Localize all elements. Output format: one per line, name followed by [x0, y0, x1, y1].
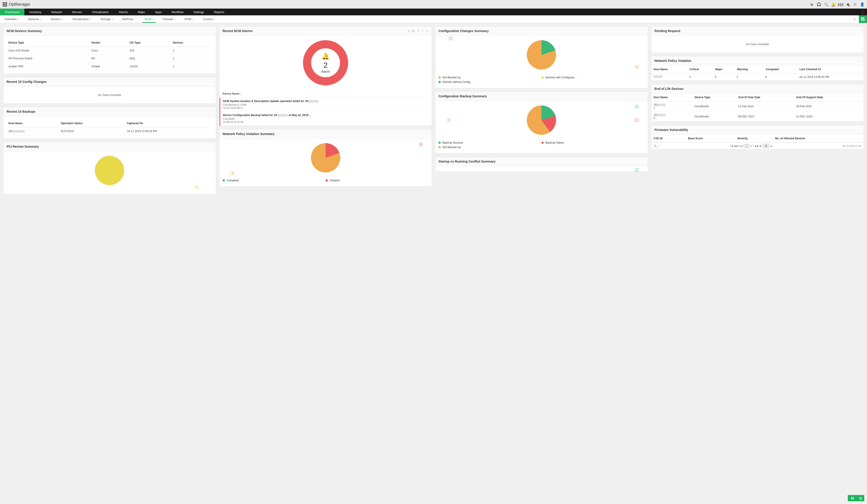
gear-icon[interactable]: ⚙ [853, 2, 857, 6]
pie-callout: 4 [419, 143, 422, 146]
table-row[interactable]: Juniper SRXJuniperJunOS1 [7, 63, 213, 71]
redacted [656, 114, 666, 116]
pager-page-input[interactable] [745, 144, 749, 148]
nav-alarms[interactable]: Alarms [114, 9, 133, 15]
nav-servers[interactable]: Servers [67, 9, 87, 15]
pager-next-icon[interactable]: ▶▶ [755, 144, 759, 148]
subnav-label: NCM [144, 18, 151, 21]
nav-apps[interactable]: Apps [150, 9, 167, 15]
firmware-search[interactable]: 🔍↻ [654, 144, 660, 148]
subnav-ipam[interactable]: IPAM▾ [180, 15, 199, 23]
subnav-network[interactable]: Network▾ [24, 15, 46, 23]
pager-last-icon[interactable]: ▶| [760, 144, 762, 148]
th[interactable]: End Of Support Date [794, 94, 864, 101]
nav-more-icon[interactable]: ⋮ [858, 10, 867, 14]
table-row[interactable]: 190 CiscoRouter 09-DEC-2017 31-DEC-2022 [651, 111, 864, 122]
th[interactable]: Vendor [89, 39, 128, 47]
nav-workflow[interactable]: Workflow [167, 9, 189, 15]
pager-first-icon[interactable]: |◀ [730, 144, 733, 148]
th[interactable]: Host Name [651, 65, 688, 73]
refresh-icon[interactable]: ↻ [408, 29, 410, 33]
pie-chart [95, 156, 124, 185]
alarm-bell-icon: 🔔 [321, 52, 329, 60]
th[interactable]: Last Checked At [798, 65, 864, 73]
nav-virtualization[interactable]: Virtualization [87, 9, 114, 15]
th[interactable]: Device Type [693, 94, 737, 101]
subnav-overview[interactable]: Overview▾ [0, 15, 24, 23]
edit-icon[interactable]: ✎ [417, 29, 419, 33]
th[interactable]: Devices [171, 39, 213, 47]
firmware-table: CVE ID Base Score Severity No. of Affect… [651, 135, 864, 142]
th[interactable]: Severity [735, 135, 773, 142]
subnav-netflow[interactable]: NetFlow▾ [118, 15, 140, 23]
search-icon: 🔍 [654, 144, 657, 148]
battery-icon[interactable]: ▮▮▮ [838, 2, 843, 6]
table-row[interactable]: 19 SUCCESS Jul 11 2019 13:05:34 PM [7, 127, 213, 135]
search-icon[interactable]: 🔍 [824, 2, 828, 6]
pie-callout: 4 [231, 172, 234, 175]
close-icon[interactable]: ▭ [426, 29, 429, 33]
subnav-servers[interactable]: Servers▾ [46, 15, 68, 23]
th[interactable]: Warning [735, 65, 764, 73]
table-row[interactable]: HP Procurve SwitchHP[NA]2 [7, 55, 213, 63]
chevron-down-icon: ▾ [112, 18, 113, 20]
star-icon[interactable]: ★ [850, 17, 859, 22]
th[interactable]: Major [714, 65, 735, 73]
nav-inventory[interactable]: Inventory [24, 9, 46, 15]
subnav-custom[interactable]: Custom▾ [198, 15, 220, 23]
th[interactable]: Operation Status [59, 119, 125, 127]
subnav-firewall[interactable]: Firewall▾ [158, 15, 180, 23]
table-row[interactable]: 191 CiscoRouter 11-Feb-2013 28-Feb-2018 [651, 101, 864, 111]
pager-prev-icon[interactable]: ◀◀ [734, 144, 737, 148]
pager-size-stepper-icon[interactable]: ◂▸ [770, 144, 773, 148]
subnav-ncm[interactable]: NCM▾ [140, 15, 158, 23]
alarm-item[interactable]: Device Configuration Backup failed for 1… [220, 112, 432, 126]
nav-dashboard[interactable]: Dashboard [0, 9, 24, 15]
bell-icon[interactable]: 🔔 [831, 2, 835, 6]
th[interactable]: Host Name [651, 94, 693, 101]
nav-network[interactable]: Network [46, 9, 67, 15]
nav-reports[interactable]: Reports [209, 9, 229, 15]
add-widget-button[interactable] [859, 15, 867, 23]
table-row[interactable]: 3 5 2 6 Jul 11 2019 13:06:03 PM [651, 73, 864, 81]
th[interactable]: Device Type [7, 39, 89, 47]
plug-icon[interactable]: 🔌 [846, 2, 850, 6]
th[interactable]: OS Type [128, 39, 171, 47]
widget-pci: PCI Review Summary 5 [3, 142, 216, 194]
subnav-virtualization[interactable]: Virtualization▾ [68, 15, 96, 23]
widget-ncm-devices: NCM Devices Summary Device Type Vendor O… [3, 26, 216, 74]
ncm-devices-table: Device Type Vendor OS Type Devices Cisco… [7, 39, 213, 71]
dashboard-grid: NCM Devices Summary Device Type Vendor O… [0, 23, 867, 197]
legend-dot-icon [438, 142, 441, 144]
legend-dot-icon [438, 76, 441, 78]
th[interactable]: Base Score [686, 135, 736, 142]
subnav-label: Custom [203, 18, 213, 21]
th[interactable]: CVE ID [651, 135, 686, 142]
th[interactable]: End Of Sale Date [737, 94, 795, 101]
th[interactable]: No. of Affected Devices [773, 135, 864, 142]
nodata-text: No Data Available [651, 36, 864, 53]
expand-icon[interactable]: ⤢ [421, 29, 424, 33]
nav-settings[interactable]: Settings [189, 9, 209, 15]
th[interactable]: Compliant [764, 65, 798, 73]
subnav-label: Firewall [163, 18, 173, 21]
alarm-donut: 🔔 2 Alarm [303, 40, 348, 85]
subnav-storage[interactable]: Storage▾ [96, 15, 118, 23]
alarm-item[interactable]: NCM System location & Description Update… [220, 98, 432, 112]
th[interactable]: Captured On [125, 119, 213, 127]
alarm-column-header[interactable]: Device Name▴ [220, 90, 432, 98]
app-grid-icon[interactable] [3, 2, 7, 7]
th[interactable]: Host Name [7, 119, 59, 127]
th[interactable]: Critical [688, 65, 714, 73]
widget-pending: Pending Request No Data Available [651, 26, 864, 53]
delete-icon[interactable]: 🗑 [412, 29, 415, 33]
legend-item: BackUp Failure [542, 141, 644, 144]
pager-size-input[interactable] [763, 144, 769, 148]
user-icon[interactable]: 👤 [860, 2, 864, 6]
table-row[interactable]: Cisco IOS RouterCiscoIOS2 [7, 47, 213, 55]
subnav-label: NetFlow [122, 18, 133, 21]
presentation-icon[interactable]: ▣ [810, 2, 814, 6]
headset-icon[interactable]: 🎧 [817, 2, 821, 6]
legend-dot-icon [542, 142, 544, 144]
nav-maps[interactable]: Maps [133, 9, 150, 15]
